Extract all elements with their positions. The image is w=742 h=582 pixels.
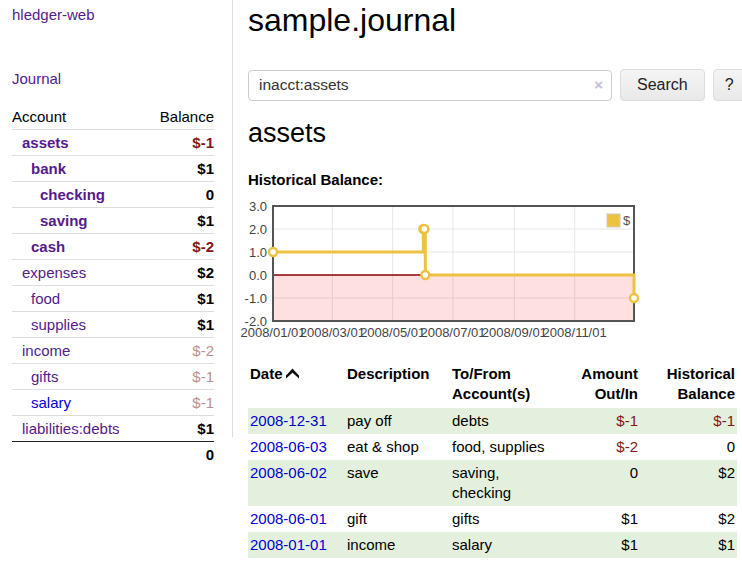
- transaction-description: income: [345, 532, 450, 558]
- account-link[interactable]: expenses: [22, 264, 86, 281]
- register-row: 2008-06-01giftgifts$1$2: [248, 506, 737, 532]
- search-input[interactable]: [248, 70, 612, 101]
- account-name-cell: salary: [12, 390, 146, 416]
- transaction-balance: $-1: [640, 408, 737, 434]
- account-row: income$-2: [12, 338, 214, 364]
- transaction-date-link[interactable]: 2008-12-31: [250, 412, 327, 429]
- x-axis-tick-label: 2008/01/01: [240, 325, 305, 340]
- account-balance: $-1: [146, 364, 214, 390]
- sidebar-item-journal[interactable]: Journal: [12, 70, 61, 87]
- transaction-accounts: debts: [450, 408, 560, 434]
- account-row: supplies$1: [12, 312, 214, 338]
- register-row: 2008-06-03eat & shopfood, supplies$-20: [248, 434, 737, 460]
- account-link[interactable]: gifts: [31, 368, 59, 385]
- transaction-description: pay off: [345, 408, 450, 434]
- brand-link[interactable]: hledger-web: [12, 6, 95, 23]
- x-axis-tick-label: 2008/11/01: [543, 325, 607, 340]
- register-row: 2008-06-02savesaving, checking0$2: [248, 460, 737, 506]
- account-link[interactable]: income: [22, 342, 70, 359]
- account-balance: 0: [146, 182, 214, 208]
- account-balance: $1: [146, 312, 214, 338]
- transaction-date-link[interactable]: 2008-01-01: [250, 536, 327, 553]
- account-heading: assets: [248, 118, 326, 149]
- legend-label: $: [623, 213, 631, 228]
- transaction-date-cell: 2008-06-01: [248, 506, 345, 532]
- transaction-balance: $2: [640, 506, 737, 532]
- y-axis-tick-label: 3.0: [249, 199, 267, 214]
- transaction-balance: $2: [640, 460, 737, 506]
- account-name-cell: cash: [12, 234, 146, 260]
- accounts-table: Account Balance assets$-1bank$1checking0…: [12, 104, 214, 467]
- search-bar: × Search ?: [248, 69, 742, 101]
- negative-region: [273, 275, 634, 321]
- account-balance: $-2: [146, 234, 214, 260]
- account-row: cash$-2: [12, 234, 214, 260]
- search-box: ×: [248, 70, 612, 101]
- account-link[interactable]: salary: [31, 394, 71, 411]
- transaction-description: save: [345, 460, 450, 506]
- account-link[interactable]: supplies: [31, 316, 86, 333]
- transaction-amount: $-1: [560, 408, 640, 434]
- account-name-cell: supplies: [12, 312, 146, 338]
- y-axis-tick-label: 0.0: [249, 268, 267, 283]
- accounts-header-account: Account: [12, 104, 146, 130]
- register-header-description: Description: [345, 360, 450, 408]
- account-name-cell: income: [12, 338, 146, 364]
- register-row: 2008-12-31pay offdebts$-1$-1: [248, 408, 737, 434]
- account-link[interactable]: checking: [40, 186, 105, 203]
- transaction-date-cell: 2008-12-31: [248, 408, 345, 434]
- account-balance: $1: [146, 156, 214, 182]
- account-name-cell: liabilities:debts: [12, 416, 146, 442]
- accounts-total-row: 0: [12, 442, 214, 468]
- account-balance: $-1: [146, 130, 214, 156]
- legend-swatch: [607, 214, 620, 227]
- register-header-amount: Amount Out/In: [560, 360, 640, 408]
- account-name-cell: expenses: [12, 260, 146, 286]
- accounts-total-spacer: [12, 442, 146, 468]
- y-axis-tick-label: 1.0: [249, 245, 267, 260]
- transaction-date-link[interactable]: 2008-06-02: [250, 464, 327, 481]
- x-axis-tick-label: 2008/03/01: [300, 325, 365, 340]
- account-name-cell: food: [12, 286, 146, 312]
- account-link[interactable]: cash: [31, 238, 65, 255]
- chart-title: Historical Balance:: [248, 171, 383, 188]
- account-name-cell: bank: [12, 156, 146, 182]
- account-link[interactable]: saving: [40, 212, 88, 229]
- clear-search-icon[interactable]: ×: [594, 76, 603, 93]
- data-point-marker: [269, 248, 277, 256]
- account-name-cell: assets: [12, 130, 146, 156]
- transaction-accounts: saving, checking: [450, 460, 560, 506]
- account-name-cell: checking: [12, 182, 146, 208]
- y-axis-tick-label: 2.0: [249, 222, 267, 237]
- transaction-amount: 0: [560, 460, 640, 506]
- help-button[interactable]: ?: [713, 69, 742, 101]
- account-row: assets$-1: [12, 130, 214, 156]
- transaction-date-link[interactable]: 2008-06-01: [250, 510, 327, 527]
- account-row: saving$1: [12, 208, 214, 234]
- transaction-description: eat & shop: [345, 434, 450, 460]
- account-link[interactable]: assets: [22, 134, 69, 151]
- transaction-description: gift: [345, 506, 450, 532]
- transaction-date-link[interactable]: 2008-06-03: [250, 438, 327, 455]
- account-row: expenses$2: [12, 260, 214, 286]
- register-header-row: Date Description To/From Account(s) Amou…: [248, 360, 737, 408]
- transaction-amount: $1: [560, 506, 640, 532]
- register-header-date[interactable]: Date: [248, 360, 345, 408]
- register-table: Date Description To/From Account(s) Amou…: [248, 360, 737, 558]
- account-row: gifts$-1: [12, 364, 214, 390]
- account-link[interactable]: bank: [31, 160, 66, 177]
- account-balance: $1: [146, 208, 214, 234]
- account-link[interactable]: food: [31, 290, 60, 307]
- account-row: liabilities:debts$1: [12, 416, 214, 442]
- account-row: salary$-1: [12, 390, 214, 416]
- hledger-web-app: hledger-web Journal Account Balance asse…: [0, 0, 742, 582]
- data-point-marker: [420, 225, 428, 233]
- account-balance: $-1: [146, 390, 214, 416]
- register-row: 2008-01-01incomesalary$1$1: [248, 532, 737, 558]
- accounts-table-header: Account Balance: [12, 104, 214, 130]
- account-link[interactable]: liabilities:debts: [22, 420, 120, 437]
- account-name-cell: gifts: [12, 364, 146, 390]
- transaction-date-cell: 2008-06-02: [248, 460, 345, 506]
- account-balance: $2: [146, 260, 214, 286]
- search-button[interactable]: Search: [620, 69, 705, 101]
